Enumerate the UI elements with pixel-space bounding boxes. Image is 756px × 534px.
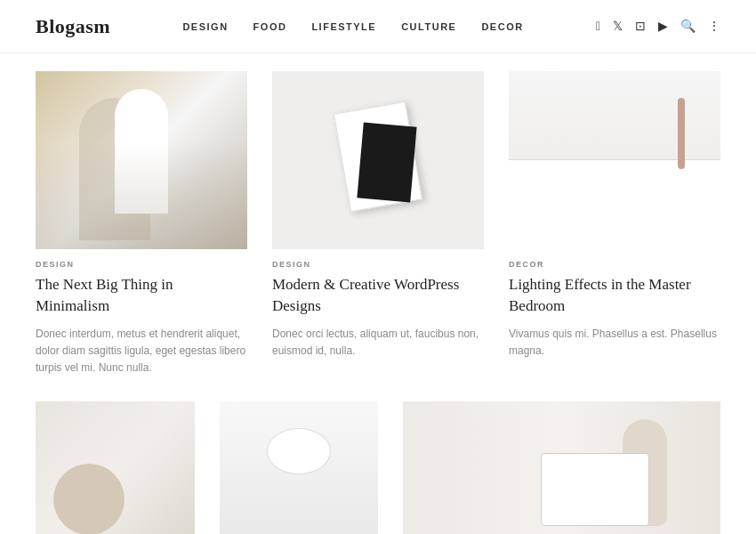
youtube-icon[interactable]: ▶	[658, 19, 668, 34]
article-card	[220, 401, 379, 534]
twitter-icon[interactable]: 𝕏	[613, 19, 623, 34]
nav-decor[interactable]: DECOR	[481, 21, 523, 32]
article-excerpt: Donec orci lectus, aliquam ut, faucibus …	[272, 326, 484, 360]
article-card	[403, 401, 720, 534]
article-image[interactable]	[403, 401, 720, 534]
article-image[interactable]	[272, 71, 484, 249]
article-title[interactable]: Lighting Effects in the Master Bedroom	[509, 274, 720, 317]
menu-icon[interactable]: ⋮	[708, 19, 720, 34]
article-card: DECOR Lighting Effects in the Master Bed…	[509, 71, 720, 376]
articles-grid: DESIGN The Next Big Thing in Minimalism …	[36, 71, 720, 376]
header-icons:  𝕏 ⊡ ▶ 🔍 ⋮	[596, 19, 720, 34]
site-header: Blogasm DESIGN FOOD LIFESTYLE CULTURE DE…	[0, 0, 756, 53]
article-image[interactable]	[509, 71, 720, 249]
article-title[interactable]: Modern & Creative WordPress Designs	[272, 274, 484, 317]
article-title[interactable]: The Next Big Thing in Minimalism	[36, 274, 247, 317]
facebook-icon[interactable]: 	[596, 20, 600, 34]
article-card: DESIGN Modern & Creative WordPress Desig…	[272, 71, 484, 376]
nav-food[interactable]: FOOD	[253, 21, 287, 32]
bottom-articles-grid	[36, 401, 720, 534]
article-category: DESIGN	[272, 260, 484, 269]
article-image[interactable]	[36, 401, 195, 534]
article-excerpt: Vivamus quis mi. Phasellus a est. Phasel…	[509, 326, 720, 360]
article-category: DECOR	[509, 260, 720, 269]
article-image[interactable]	[36, 71, 247, 249]
article-card: DESIGN The Next Big Thing in Minimalism …	[36, 71, 247, 376]
main-content: DESIGN The Next Big Thing in Minimalism …	[0, 53, 756, 534]
nav-lifestyle[interactable]: LIFESTYLE	[311, 21, 376, 32]
nav-culture[interactable]: CULTURE	[401, 21, 456, 32]
article-image[interactable]	[220, 401, 379, 534]
article-excerpt: Donec interdum, metus et hendrerit aliqu…	[36, 326, 247, 377]
instagram-icon[interactable]: ⊡	[635, 19, 646, 34]
nav-design[interactable]: DESIGN	[182, 21, 228, 32]
article-card	[36, 401, 195, 534]
site-logo[interactable]: Blogasm	[36, 15, 110, 38]
article-category: DESIGN	[36, 260, 247, 269]
search-icon[interactable]: 🔍	[680, 19, 696, 34]
main-nav: DESIGN FOOD LIFESTYLE CULTURE DECOR	[182, 21, 523, 32]
